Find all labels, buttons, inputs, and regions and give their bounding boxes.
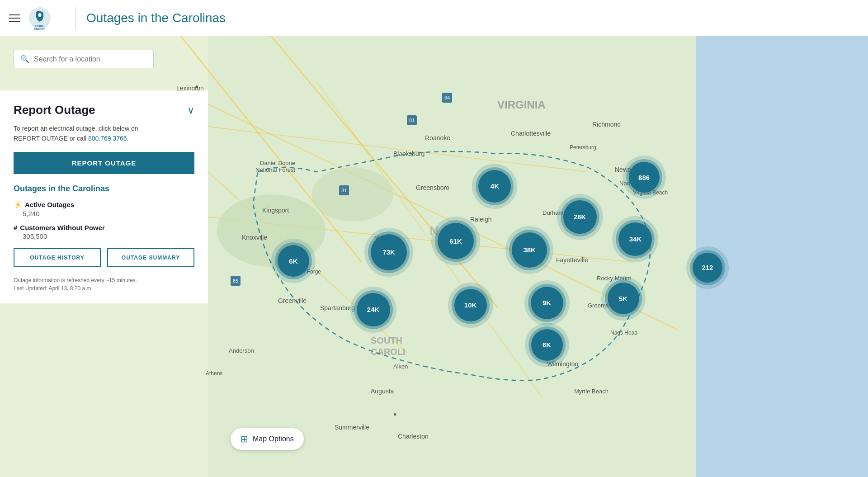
cluster-label-c4: 34K bbox=[618, 222, 652, 256]
svg-text:Fayetteville: Fayetteville bbox=[556, 256, 588, 264]
svg-text:CAROLI: CAROLI bbox=[371, 347, 406, 357]
cluster-label-c2: 886 bbox=[629, 162, 660, 193]
active-outages-value: 5,240 bbox=[23, 210, 194, 217]
outage-summary-button[interactable]: OUTAGE SUMMARY bbox=[107, 248, 194, 267]
hamburger-menu[interactable] bbox=[9, 14, 20, 22]
svg-text:Spartanburg: Spartanburg bbox=[320, 304, 355, 312]
svg-text:Greensboro: Greensboro bbox=[416, 184, 449, 191]
svg-text:SOUTH: SOUTH bbox=[371, 335, 402, 345]
svg-text:Summerville: Summerville bbox=[335, 424, 369, 431]
svg-text:National Forest: National Forest bbox=[255, 166, 296, 173]
cluster-label-c3: 28K bbox=[563, 200, 597, 234]
cluster-c12[interactable]: 9K bbox=[524, 280, 570, 326]
svg-text:Augusta: Augusta bbox=[371, 387, 394, 395]
svg-text:Myrtle Beach: Myrtle Beach bbox=[574, 388, 609, 395]
svg-text:ENERGY.: ENERGY. bbox=[34, 28, 46, 30]
svg-text:Petersburg: Petersburg bbox=[570, 144, 596, 151]
cluster-c3[interactable]: 28K bbox=[557, 194, 603, 240]
svg-text:Richmond: Richmond bbox=[592, 121, 621, 128]
report-outage-header: Report Outage ∨ bbox=[14, 103, 194, 117]
svg-text:●: ● bbox=[393, 411, 396, 417]
cluster-c1[interactable]: 4K bbox=[472, 164, 517, 209]
svg-text:81: 81 bbox=[341, 188, 347, 193]
svg-point-14 bbox=[312, 167, 393, 222]
svg-text:Raleigh: Raleigh bbox=[470, 216, 491, 223]
cluster-label-c11: 10K bbox=[454, 289, 487, 321]
page-title: Outages in the Carolinas bbox=[86, 11, 226, 25]
cluster-label-c5: 61K bbox=[438, 223, 474, 259]
search-bar[interactable]: 🔍 bbox=[14, 50, 154, 68]
cluster-label-c8: 6K bbox=[278, 245, 309, 277]
header: DUKE ENERGY. Outages in the Carolinas bbox=[0, 0, 868, 36]
cluster-label-c12: 9K bbox=[531, 287, 563, 319]
duke-energy-logo: DUKE ENERGY. bbox=[28, 6, 52, 30]
cluster-c5[interactable]: 61K bbox=[431, 217, 480, 265]
svg-text:Kingsport: Kingsport bbox=[262, 207, 289, 214]
active-outages-label: ⚡ Active Outages bbox=[14, 201, 194, 209]
svg-text:Blacksburg: Blacksburg bbox=[393, 150, 425, 157]
svg-text:85: 85 bbox=[233, 278, 238, 283]
cluster-label-c1: 4K bbox=[478, 170, 511, 203]
cluster-c11[interactable]: 10K bbox=[448, 283, 493, 328]
cluster-label-c9: 212 bbox=[693, 253, 722, 283]
map-layers-icon: ⊞ bbox=[241, 434, 248, 444]
svg-text:Charlottesville: Charlottesville bbox=[511, 130, 551, 137]
cluster-label-c6: 73K bbox=[371, 234, 407, 270]
map-options-button[interactable]: ⊞ Map Options bbox=[231, 428, 304, 450]
customers-value: 305,500 bbox=[23, 232, 194, 240]
cluster-label-c14: 6K bbox=[531, 329, 563, 361]
active-outages-stat: ⚡ Active Outages 5,240 bbox=[14, 201, 194, 217]
action-buttons: OUTAGE HISTORY OUTAGE SUMMARY bbox=[14, 248, 194, 267]
svg-text:VIRGINIA: VIRGINIA bbox=[497, 99, 546, 111]
cluster-label-c10: 24K bbox=[357, 293, 390, 326]
cluster-c6[interactable]: 73K bbox=[364, 228, 413, 277]
cluster-c9[interactable]: 212 bbox=[686, 246, 729, 289]
carolinas-title: Outages in the Carolinas bbox=[14, 184, 194, 194]
footer-note-line2: Last Updated: April 13, 8:20 a.m. bbox=[14, 284, 194, 293]
cluster-label-c7: 38K bbox=[512, 232, 547, 268]
report-outage-title: Report Outage bbox=[14, 103, 95, 117]
cluster-c14[interactable]: 6K bbox=[525, 323, 569, 367]
report-outage-button[interactable]: REPORT OUTAGE bbox=[14, 152, 194, 174]
svg-text:DUKE: DUKE bbox=[35, 24, 44, 28]
svg-text:Knoxville: Knoxville bbox=[242, 234, 267, 241]
svg-text:Aiken: Aiken bbox=[393, 363, 408, 370]
cluster-c2[interactable]: 886 bbox=[623, 156, 666, 199]
svg-text:▲: ▲ bbox=[194, 83, 199, 89]
customers-stat: # Customers Without Power 305,500 bbox=[14, 224, 194, 240]
search-input[interactable] bbox=[34, 55, 147, 63]
report-description: To report an electrical outage, click be… bbox=[14, 123, 194, 144]
svg-text:Charleston: Charleston bbox=[398, 433, 429, 440]
customers-label: # Customers Without Power bbox=[14, 224, 194, 231]
svg-text:64: 64 bbox=[444, 95, 450, 100]
search-icon: 🔍 bbox=[20, 55, 29, 63]
footer-note-line1: Outage information is refreshed every ~1… bbox=[14, 276, 194, 284]
cluster-c7[interactable]: 38K bbox=[505, 226, 553, 274]
svg-text:81: 81 bbox=[409, 118, 415, 123]
svg-text:Greenville: Greenville bbox=[278, 297, 307, 304]
cluster-c10[interactable]: 24K bbox=[350, 287, 396, 333]
cluster-c8[interactable]: 6K bbox=[271, 239, 316, 283]
collapse-button[interactable]: ∨ bbox=[187, 104, 194, 116]
cluster-c13[interactable]: 5K bbox=[601, 276, 646, 321]
lightning-icon: ⚡ bbox=[14, 201, 22, 209]
map-options-label: Map Options bbox=[253, 435, 294, 443]
header-divider bbox=[75, 7, 75, 29]
phone-link[interactable]: 800.769.3766. bbox=[88, 135, 129, 142]
logo-area: DUKE ENERGY. bbox=[28, 6, 55, 30]
footer-note: Outage information is refreshed every ~1… bbox=[14, 276, 194, 293]
svg-text:Nags Head: Nags Head bbox=[610, 330, 637, 336]
cluster-label-c13: 5K bbox=[608, 283, 639, 314]
side-panel: Report Outage ∨ To report an electrical … bbox=[0, 90, 208, 303]
svg-text:Roanoke: Roanoke bbox=[425, 134, 450, 142]
svg-text:Athens: Athens bbox=[206, 370, 222, 377]
outage-history-button[interactable]: OUTAGE HISTORY bbox=[14, 248, 101, 267]
hash-icon: # bbox=[14, 224, 17, 231]
svg-text:Daniel Boone: Daniel Boone bbox=[260, 160, 295, 166]
svg-text:Anderson: Anderson bbox=[229, 347, 254, 354]
cluster-c4[interactable]: 34K bbox=[612, 216, 658, 262]
